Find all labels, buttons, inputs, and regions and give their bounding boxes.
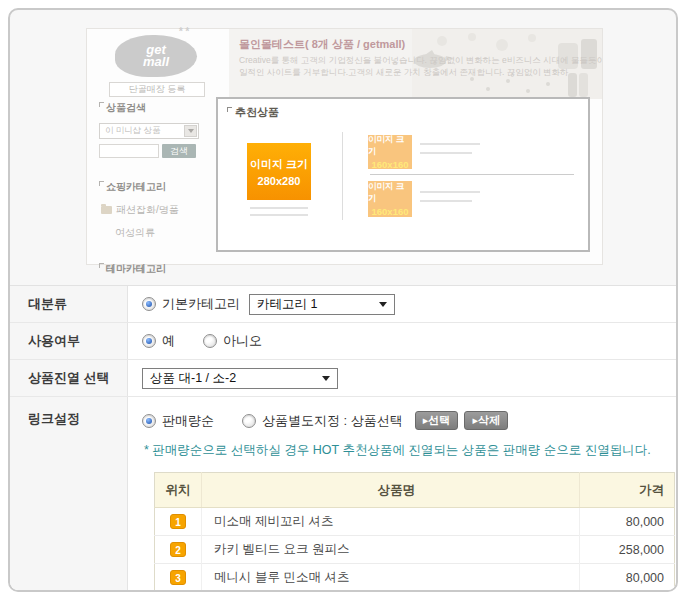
placeholder-line <box>420 200 472 202</box>
product-name: 카키 벨티드 요크 원피스 <box>202 536 580 564</box>
table-row: 3 메니시 블루 민소매 셔츠 80,000 <box>155 564 675 591</box>
minishop-header: get mall 단골매장 등록 <box>87 29 602 99</box>
sidebar-search-title: 상품검색 <box>99 101 217 115</box>
shop-banner: 몰인몰테스트( 8개 상품 / getmall) Creative를 통해 고객… <box>229 29 602 99</box>
table-row: 2 카키 벨티드 요크 원피스 258,000 <box>155 536 675 564</box>
minishop-preview: get mall 단골매장 등록 <box>86 28 603 265</box>
category-item-label: 패션잡화/명품 <box>116 203 179 217</box>
product-price: 258,000 <box>580 536 675 564</box>
product-table: 위치 상품명 가격 1 미소매 제비꼬리 셔츠 80,000 <box>154 472 675 590</box>
rank-badge: 1 <box>170 514 186 529</box>
use-no-label: 아니오 <box>223 332 262 350</box>
image-size-label: 이미지 크기 <box>368 134 412 158</box>
sales-order-radio[interactable] <box>142 414 156 428</box>
folder-icon <box>101 206 112 214</box>
image-size-label: 이미지 크기 <box>368 181 412 205</box>
page: get mall 단골매장 등록 <box>0 0 686 600</box>
custom-products-radio[interactable] <box>242 414 256 428</box>
category-select[interactable]: 카테고리 1 <box>249 294 395 315</box>
basic-category-radio[interactable] <box>142 297 156 311</box>
chevron-down-icon <box>184 125 197 137</box>
product-price: 80,000 <box>580 508 675 536</box>
panel: get mall 단골매장 등록 <box>8 8 678 592</box>
image-size-value: 160x160 <box>372 159 409 170</box>
shop-description-line2: 일적인 사이트를 거부합니다.고객의 새로운 가치 창출에서 존재합니다. 끊임… <box>239 67 569 79</box>
product-price: 80,000 <box>580 564 675 591</box>
shop-description-line1: Creative를 통해 고객의 기업정신을 불어넣습니다. 끊임없이 변화하는… <box>239 55 602 67</box>
small-image-placeholder: 이미지 크기 160x160 <box>368 181 412 217</box>
category-label: 대분류 <box>10 286 128 322</box>
row-display: 상품진열 선택 상품 대-1 / 소-2 <box>10 360 676 397</box>
price-header: 가격 <box>580 473 675 508</box>
sidebar-search-button: 검색 <box>162 144 196 158</box>
chevron-down-icon <box>379 302 387 307</box>
product-name: 미소매 제비꼬리 셔츠 <box>202 508 580 536</box>
placeholder-line <box>420 152 472 154</box>
image-size-value: 280x280 <box>258 175 301 187</box>
use-no-radio[interactable] <box>203 334 217 348</box>
name-header: 상품명 <box>202 473 580 508</box>
register-store-button: 단골매장 등록 <box>109 82 205 97</box>
table-header-row: 위치 상품명 가격 <box>155 473 675 508</box>
small-image-placeholder: 이미지 크기 160x160 <box>368 135 412 169</box>
image-size-label: 이미지 크기 <box>250 157 308 172</box>
display-label: 상품진열 선택 <box>10 360 128 396</box>
sidebar-theme-category-title: 테마카테고리 <box>99 262 217 276</box>
basic-category-radio-label: 기본카테고리 <box>162 295 240 313</box>
custom-products-label: 상품별도지정 : 상품선택 <box>262 412 403 430</box>
position-header: 위치 <box>155 473 202 508</box>
display-select-value: 상품 대-1 / 소-2 <box>150 370 236 387</box>
sidebar-search-select: 이 미니샵 상품 <box>99 123 199 139</box>
minishop-sidebar: 상품검색 이 미니샵 상품 검색 쇼핑카테고리 패션잡화/명품 여성의류 테마 <box>87 99 217 264</box>
settings-form: 대분류 기본카테고리 카테고리 1 사용여부 예 아니오 <box>10 285 676 590</box>
row-category: 대분류 기본카테고리 카테고리 1 <box>10 286 676 323</box>
sales-order-label: 판매량순 <box>162 412 214 430</box>
delete-products-button[interactable]: ▸삭제 <box>464 411 508 430</box>
logo-text: get mall <box>139 44 173 68</box>
sidebar-shopping-category-title: 쇼핑카테고리 <box>99 180 217 194</box>
row-link: 링크설정 판매량순 상품별도지정 : 상품선택 ▸선택 ▸삭제 * 판매량순으로… <box>10 397 676 590</box>
display-select[interactable]: 상품 대-1 / 소-2 <box>142 368 338 389</box>
recommend-title: 추천상품 <box>227 105 279 120</box>
product-name: 메니시 블루 민소매 셔츠 <box>202 564 580 591</box>
sales-order-note: * 판매량순으로 선택하실 경우 HOT 추천상품에 진열되는 상품은 판매량 … <box>144 442 651 459</box>
placeholder-line <box>250 207 308 209</box>
category-select-value: 카테고리 1 <box>257 296 317 313</box>
rank-badge: 2 <box>170 542 186 557</box>
sidebar-category-item: 패션잡화/명품 <box>101 203 217 217</box>
big-image-placeholder: 이미지 크기 280x280 <box>247 143 311 200</box>
use-yes-label: 예 <box>162 332 175 350</box>
select-products-button[interactable]: ▸선택 <box>415 411 459 430</box>
chevron-down-icon <box>322 376 330 381</box>
sidebar-category-item: 여성의류 <box>115 226 217 240</box>
divider <box>342 132 343 220</box>
shop-title: 몰인몰테스트( 8개 상품 / getmall) <box>239 37 405 52</box>
use-label: 사용여부 <box>10 323 128 359</box>
logo-column: get mall 단골매장 등록 <box>87 29 229 99</box>
divider <box>370 174 574 175</box>
sidebar-search-input <box>99 144 159 158</box>
table-row: 1 미소매 제비꼬리 셔츠 80,000 <box>155 508 675 536</box>
image-size-value: 160x160 <box>372 206 409 217</box>
category-item-label: 여성의류 <box>115 226 155 240</box>
sidebar-search-select-value: 이 미니샵 상품 <box>105 125 161 137</box>
placeholder-line <box>420 191 480 193</box>
use-yes-radio[interactable] <box>142 334 156 348</box>
placeholder-line <box>420 143 480 145</box>
rank-badge: 3 <box>170 570 186 585</box>
placeholder-line <box>250 214 308 216</box>
recommend-products-box: 추천상품 이미지 크기 280x280 이미지 크기 160x160 이미지 크… <box>216 97 590 252</box>
row-use: 사용여부 예 아니오 <box>10 323 676 360</box>
getmall-logo: get mall <box>115 35 197 77</box>
link-label: 링크설정 <box>10 397 128 590</box>
